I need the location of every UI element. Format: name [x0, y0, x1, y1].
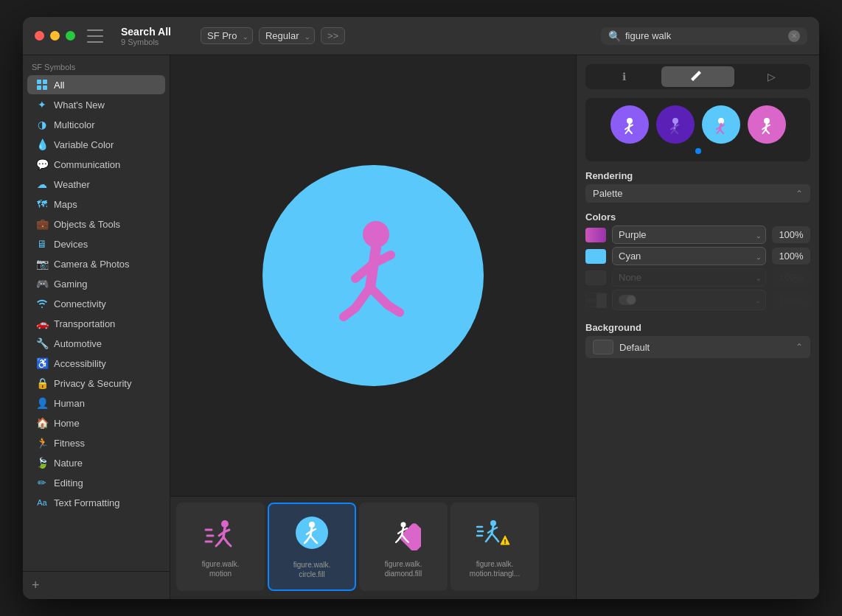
sidebar-item-privacy-security[interactable]: 🔒 Privacy & Security — [27, 374, 165, 393]
font-controls: SF Pro Regular >> — [201, 27, 345, 44]
svg-rect-79 — [596, 293, 607, 308]
sidebar-item-human[interactable]: 👤 Human — [27, 393, 165, 413]
svg-line-51 — [496, 539, 498, 542]
sidebar-item-human-label: Human — [54, 398, 85, 409]
close-button[interactable] — [35, 31, 44, 41]
pencil-icon: ✏ — [36, 477, 48, 489]
grid-item-figure-walk-circle-fill-label: figure.walk.circle.fill — [293, 560, 331, 579]
color-swatch-none — [585, 270, 606, 285]
color-swatch-purple — [585, 228, 606, 242]
sidebar-item-maps[interactable]: 🗺 Maps — [27, 195, 165, 214]
sidebar-item-maps-label: Maps — [54, 199, 77, 210]
sidebar-item-devices[interactable]: 🖥 Devices — [27, 234, 165, 253]
sidebar-item-text-formatting-label: Text Formatting — [54, 497, 120, 508]
grid-item-figure-walk-circle-fill[interactable]: figure.walk.circle.fill — [268, 503, 356, 591]
sidebar-item-whats-new[interactable]: ✦ What's New — [27, 95, 165, 114]
wifi-icon — [36, 298, 48, 309]
sidebar-item-home[interactable]: 🏠 Home — [27, 413, 165, 433]
grid-item-figure-walk-motion-triang-label: figure.walk.motion.triangl... — [470, 559, 520, 578]
sidebar-item-weather[interactable]: ☁ Weather — [27, 175, 165, 194]
grid-item-figure-walk-diamond-fill[interactable]: figure.walk.diamond.fill — [359, 503, 448, 591]
clear-search-button[interactable]: ✕ — [788, 30, 800, 42]
sidebar-item-nature[interactable]: 🍃 Nature — [27, 453, 165, 472]
tab-preview[interactable]: ▷ — [736, 66, 808, 87]
color-select-purple-wrapper: Purple — [612, 225, 766, 244]
svg-line-9 — [344, 308, 355, 317]
background-section: Background Default ⌃ — [585, 322, 810, 358]
color-select-purple[interactable]: Purple — [612, 225, 766, 244]
sidebar-item-multicolor[interactable]: ◑ Multicolor — [27, 115, 165, 134]
maximize-button[interactable] — [66, 31, 75, 41]
drop-icon: 💧 — [36, 139, 48, 150]
color-row-purple: Purple 100% — [585, 225, 810, 244]
svg-rect-78 — [586, 299, 596, 302]
add-category-button[interactable]: + — [23, 571, 170, 599]
sidebar-toggle-button[interactable] — [87, 29, 103, 43]
background-dropdown[interactable]: Default ⌃ — [585, 336, 810, 358]
camera-icon: 📷 — [36, 258, 48, 270]
variant-multicolor[interactable] — [748, 105, 786, 144]
sidebar-item-editing[interactable]: ✏ Editing — [27, 473, 165, 492]
more-button[interactable]: >> — [321, 27, 345, 44]
background-title: Background — [585, 322, 810, 333]
color-select-none-wrapper: None — [612, 268, 766, 287]
svg-line-65 — [674, 130, 678, 133]
color-row-4: 100% — [585, 290, 810, 310]
sidebar-item-home-label: Home — [54, 418, 80, 429]
colors-section: Colors Purple 100% Cy — [585, 211, 810, 313]
font-family-wrapper: SF Pro — [201, 27, 253, 44]
sidebar-item-connectivity-label: Connectivity — [54, 298, 106, 309]
color-select-none[interactable]: None — [612, 268, 766, 287]
color-swatch-4 — [585, 293, 606, 307]
sidebar-item-transportation[interactable]: 🚗 Transportation — [27, 314, 165, 333]
sidebar-item-variable-color[interactable]: 💧 Variable Color — [27, 135, 165, 154]
preview-circle — [262, 165, 484, 386]
sidebar-item-text-formatting[interactable]: Aa Text Formatting — [27, 493, 165, 512]
sidebar-item-connectivity[interactable]: Connectivity — [27, 294, 165, 313]
sidebar-item-fitness[interactable]: 🏃 Fitness — [27, 433, 165, 452]
svg-line-20 — [216, 543, 219, 546]
sidebar-item-editing-label: Editing — [54, 477, 83, 489]
figure-walk-motion-icon — [203, 515, 238, 556]
rendering-dropdown[interactable]: Palette ⌃ — [585, 184, 810, 203]
color-row-cyan: Cyan 100% — [585, 247, 810, 265]
color-percent-none: 100% — [772, 269, 810, 286]
color-row-none: None 100% — [585, 268, 810, 287]
color-select-cyan[interactable]: Cyan — [612, 247, 766, 265]
grid-item-figure-walk-motion-triang[interactable]: ! figure.walk.motion.triangl... — [450, 503, 539, 591]
car-icon: 🚗 — [36, 318, 48, 329]
svg-point-33 — [401, 522, 406, 528]
tab-palette[interactable] — [661, 66, 734, 87]
search-input[interactable] — [625, 30, 784, 41]
variant-hierarchical[interactable] — [656, 105, 695, 144]
rendering-section: Rendering Palette ⌃ — [585, 170, 810, 203]
svg-line-77 — [765, 130, 769, 133]
minimize-button[interactable] — [50, 31, 60, 41]
color-percent-purple: 100% — [772, 226, 810, 243]
sidebar-item-all[interactable]: All — [27, 75, 165, 94]
devices-icon: 🖥 — [36, 238, 48, 250]
font-weight-select[interactable]: Regular — [259, 27, 315, 44]
maps-icon: 🗺 — [36, 198, 48, 210]
svg-line-49 — [486, 539, 488, 542]
variant-monochrome[interactable] — [610, 105, 649, 144]
sidebar-item-communication[interactable]: 💬 Communication — [27, 155, 165, 174]
sidebar-item-multicolor-label: Multicolor — [54, 119, 95, 130]
sidebar-item-automotive[interactable]: 🔧 Automotive — [27, 334, 165, 353]
sidebar-item-gaming[interactable]: 🎮 Gaming — [27, 274, 165, 293]
grid-item-figure-walk-motion[interactable]: figure.walk.motion — [176, 503, 265, 591]
circle-half-icon: ◑ — [36, 119, 48, 130]
color-select-cyan-wrapper: Cyan — [612, 247, 766, 265]
sidebar-item-camera-photos[interactable]: 📷 Camera & Photos — [27, 254, 165, 273]
symbols-grid: figure.walk.motion — [170, 496, 576, 599]
colors-title: Colors — [585, 211, 810, 223]
search-icon: 🔍 — [608, 30, 621, 42]
tab-info[interactable]: ℹ — [588, 66, 660, 87]
textformat-icon: Aa — [36, 497, 48, 508]
variant-palette[interactable] — [702, 105, 740, 144]
font-family-select[interactable]: SF Pro — [201, 27, 253, 44]
window-controls — [35, 31, 75, 41]
sidebar-item-accessibility[interactable]: ♿ Accessibility — [27, 354, 165, 373]
font-weight-wrapper: Regular — [259, 27, 315, 44]
sidebar-item-objects-tools[interactable]: 💼 Objects & Tools — [27, 214, 165, 234]
